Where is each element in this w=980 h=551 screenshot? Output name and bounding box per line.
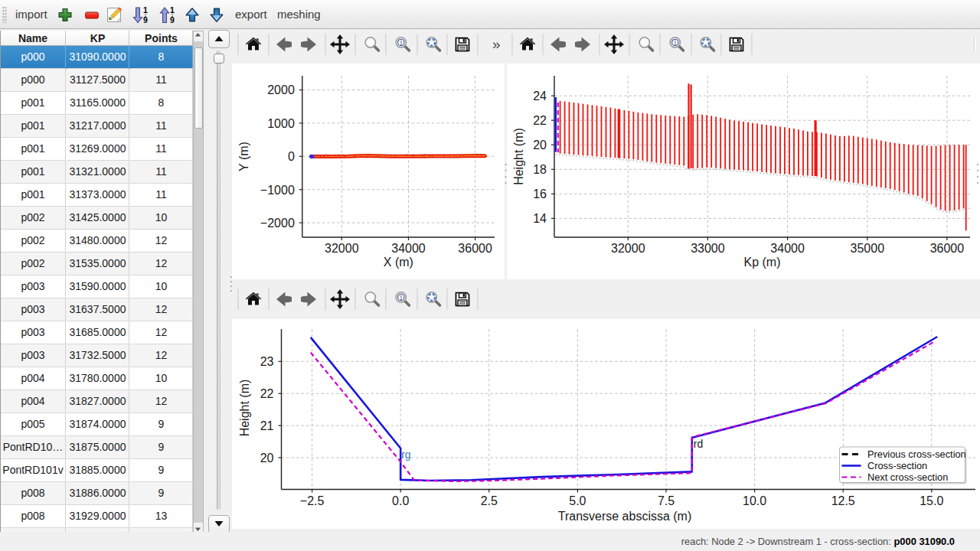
svg-text:5.0: 5.0 <box>569 494 586 507</box>
svg-text:2.5: 2.5 <box>481 494 498 507</box>
svg-text:1: 1 <box>400 295 403 302</box>
svg-text:rg: rg <box>401 448 410 461</box>
svg-text:35000: 35000 <box>851 242 885 255</box>
svg-text:1: 1 <box>400 40 403 47</box>
svg-text:20: 20 <box>533 139 547 152</box>
svg-text:1: 1 <box>143 5 148 15</box>
svg-text:rd: rd <box>694 438 703 450</box>
svg-text:−2.5: −2.5 <box>300 494 325 507</box>
svg-text:X (m): X (m) <box>384 256 413 269</box>
svg-text:Height (m): Height (m) <box>238 380 251 437</box>
svg-text:1: 1 <box>170 5 175 15</box>
svg-text:32000: 32000 <box>611 242 645 255</box>
svg-text:24: 24 <box>533 90 547 103</box>
svg-text:Cross-section: Cross-section <box>867 460 927 471</box>
svg-text:−1000: −1000 <box>260 184 295 197</box>
svg-text:0: 0 <box>288 150 295 163</box>
svg-text:22: 22 <box>260 387 274 400</box>
svg-text:23: 23 <box>260 355 274 368</box>
svg-text:1: 1 <box>674 40 677 47</box>
svg-text:Height (m): Height (m) <box>512 128 525 185</box>
svg-text:−2000: −2000 <box>260 217 295 230</box>
svg-text:2000: 2000 <box>267 83 295 96</box>
svg-text:Next cross-section: Next cross-section <box>867 471 948 483</box>
svg-text:Y (m): Y (m) <box>237 142 250 171</box>
svg-text:»: » <box>492 36 501 52</box>
svg-text:15.0: 15.0 <box>920 494 943 507</box>
svg-text:20: 20 <box>260 452 274 465</box>
svg-text:10.0: 10.0 <box>743 494 766 507</box>
svg-text:33000: 33000 <box>691 242 725 255</box>
svg-text:21: 21 <box>260 419 274 432</box>
svg-text:22: 22 <box>533 114 547 127</box>
svg-text:18: 18 <box>533 163 547 176</box>
svg-text:7.5: 7.5 <box>658 494 675 507</box>
svg-text:34000: 34000 <box>770 242 805 255</box>
svg-text:36000: 36000 <box>930 242 965 255</box>
svg-text:14: 14 <box>533 212 547 225</box>
svg-text:Transverse abscissa (m): Transverse abscissa (m) <box>558 510 692 523</box>
svg-text:1000: 1000 <box>267 117 295 130</box>
svg-text:0.0: 0.0 <box>392 494 409 507</box>
svg-text:16: 16 <box>533 187 547 201</box>
svg-text:32000: 32000 <box>325 242 359 255</box>
svg-text:12.5: 12.5 <box>831 494 855 507</box>
svg-text:36000: 36000 <box>458 242 492 255</box>
svg-text:Previous cross-section: Previous cross-section <box>867 448 966 460</box>
svg-text:Kp (m): Kp (m) <box>744 256 781 269</box>
svg-text:34000: 34000 <box>391 242 426 255</box>
